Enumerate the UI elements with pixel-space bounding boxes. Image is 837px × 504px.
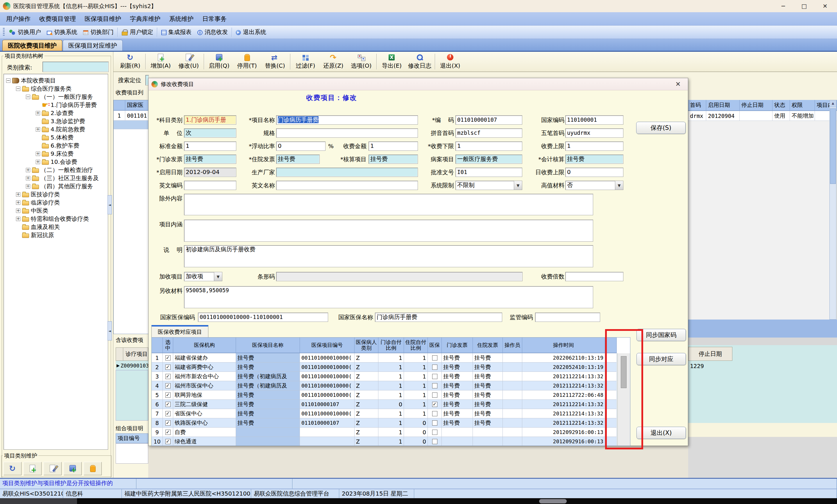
- table-cell[interactable]: 挂号费: [473, 391, 503, 400]
- field-sys_limit[interactable]: 不限制: [456, 181, 522, 190]
- table-cell[interactable]: 2012092916:00:13: [522, 428, 605, 437]
- fee-list-selected-row[interactable]: [114, 121, 148, 129]
- quickbar-button[interactable]: 退出系统: [233, 25, 269, 39]
- checkbox-unchecked-icon[interactable]: [432, 393, 438, 398]
- tree-item[interactable]: +（三）社区卫生服务及: [4, 174, 108, 182]
- grid-column-header[interactable]: 住院发票: [473, 338, 503, 353]
- table-cell[interactable]: 1: [152, 353, 163, 362]
- table-cell[interactable]: 1: [404, 391, 428, 400]
- tree-item[interactable]: +（二）一般检查治疗: [4, 166, 108, 174]
- field-subject[interactable]: 1.门诊病历手册: [184, 115, 236, 125]
- table-cell[interactable]: [503, 372, 522, 381]
- table-cell[interactable]: [300, 428, 355, 437]
- table-cell[interactable]: 2012112214:13:32: [522, 381, 605, 391]
- table-cell[interactable]: 挂号费: [442, 381, 473, 391]
- table-cell[interactable]: 挂号费: [442, 391, 473, 400]
- field-unit[interactable]: 次: [184, 128, 236, 138]
- table-cell[interactable]: 8: [152, 418, 163, 428]
- table-cell[interactable]: Z: [355, 409, 378, 418]
- table-cell[interactable]: Z: [355, 353, 378, 362]
- menu-item[interactable]: 系统维护: [165, 12, 198, 25]
- grid-column-header[interactable]: 操作员: [503, 338, 522, 353]
- field-high_value[interactable]: 否: [565, 181, 623, 190]
- hscroll-fragment[interactable]: [688, 338, 837, 345]
- table-cell[interactable]: Z: [355, 391, 378, 400]
- table-cell[interactable]: 挂号费（初建病历及: [236, 372, 300, 381]
- toolbar-button[interactable]: 启用(Q): [205, 53, 233, 70]
- taskbar-item[interactable]: [0, 498, 77, 504]
- table-cell[interactable]: 1: [378, 437, 404, 446]
- field-wubi[interactable]: uyudrmx: [565, 128, 623, 138]
- grid-column-header[interactable]: 医保: [428, 338, 442, 353]
- minimize-icon[interactable]: ─: [773, 1, 794, 11]
- grid-column-header[interactable]: 门诊发票: [442, 338, 473, 353]
- table-cell[interactable]: 4: [152, 381, 163, 391]
- toolbar-button[interactable]: 停用(T): [233, 53, 261, 70]
- field-note[interactable]: 初诊建病历及病历手册收费: [184, 245, 593, 267]
- table-cell[interactable]: 011010000107: [300, 400, 355, 409]
- sync-mapping-button[interactable]: 同步对应: [637, 353, 686, 365]
- column-header[interactable]: 停止日期: [740, 100, 772, 111]
- field-extra_material[interactable]: 950058,950059: [184, 286, 593, 308]
- field-account_item[interactable]: 挂号费: [369, 155, 418, 164]
- tree-item[interactable]: +临床诊疗类: [4, 198, 108, 206]
- checkbox-checked-icon[interactable]: ✓: [432, 402, 438, 407]
- table-cell[interactable]: 1: [378, 353, 404, 362]
- table-cell[interactable]: 铁路医保中心: [173, 418, 236, 428]
- table-cell[interactable]: 0: [378, 400, 404, 409]
- checkbox-unchecked-icon[interactable]: [432, 383, 438, 389]
- table-cell[interactable]: 1: [404, 409, 428, 418]
- field-daily_upper[interactable]: 0: [565, 168, 623, 177]
- expander-minus-icon[interactable]: −: [26, 95, 30, 99]
- checkbox-cell[interactable]: ✓: [163, 437, 173, 446]
- dialog-close-icon[interactable]: ✕: [672, 79, 684, 89]
- column-header[interactable]: 权限: [790, 100, 815, 111]
- column-header[interactable]: 启用日期: [706, 100, 740, 111]
- table-cell[interactable]: 挂号费: [473, 418, 503, 428]
- tree-item[interactable]: −（一）一般医疗服务: [4, 93, 108, 101]
- checkbox-cell[interactable]: [428, 428, 442, 437]
- table-cell[interactable]: Z: [355, 381, 378, 391]
- expander-plus-icon[interactable]: +: [26, 184, 30, 188]
- table-cell[interactable]: [442, 437, 473, 446]
- checkbox-checked-icon[interactable]: ✓: [165, 374, 171, 379]
- checkbox-checked-icon[interactable]: ✓: [165, 439, 171, 444]
- tree-item[interactable]: 5.体检费: [4, 133, 108, 142]
- checkbox-cell[interactable]: ✓: [428, 400, 442, 409]
- table-cell[interactable]: 10: [152, 437, 163, 446]
- table-cell[interactable]: 自费: [173, 428, 236, 437]
- table-cell[interactable]: 挂号费: [442, 400, 473, 409]
- table-cell[interactable]: 001101000010000(: [300, 409, 355, 418]
- toolbar-button[interactable]: 还原(Z): [319, 53, 347, 70]
- item-number-header[interactable]: 项目编号: [116, 433, 148, 443]
- checkbox-unchecked-icon[interactable]: [432, 430, 438, 435]
- table-row[interactable]: 2✓福建省两费中心挂号费001101000010000(Z11挂号费挂号费202…: [152, 362, 630, 372]
- close-icon[interactable]: ✕: [815, 1, 835, 11]
- checkbox-cell[interactable]: [428, 437, 442, 446]
- vertical-scrollbar[interactable]: ▲: [830, 100, 836, 320]
- tree-item[interactable]: −综合医疗服务类: [4, 85, 108, 93]
- table-cell[interactable]: [503, 400, 522, 409]
- toolbar-button[interactable]: 刷新(R): [116, 53, 144, 70]
- tree-item[interactable]: +10.会诊费: [4, 158, 108, 166]
- checkbox-cell[interactable]: ✓: [163, 418, 173, 428]
- checkbox-checked-icon[interactable]: ✓: [165, 393, 171, 398]
- table-cell[interactable]: 挂号费（初建病历及: [236, 381, 300, 391]
- expander-plus-icon[interactable]: +: [16, 217, 20, 221]
- table-cell[interactable]: 挂号费: [473, 372, 503, 381]
- expander-plus-icon[interactable]: +: [36, 160, 40, 164]
- field-fee_amount[interactable]: 1: [369, 142, 418, 151]
- table-cell[interactable]: 2012092916:00:13: [522, 437, 605, 446]
- tab-inactive[interactable]: 医保项目对应维护: [63, 40, 123, 51]
- quickbar-button[interactable]: 集成报表: [158, 25, 194, 39]
- tree-item[interactable]: 血液及相关: [4, 223, 108, 231]
- table-cell[interactable]: 2012112214:13:32: [522, 409, 605, 418]
- checkbox-cell[interactable]: [428, 391, 442, 400]
- table-cell[interactable]: Z: [355, 428, 378, 437]
- expander-plus-icon[interactable]: +: [36, 127, 40, 131]
- table-cell[interactable]: 6: [152, 400, 163, 409]
- clinic-item-header[interactable]: 诊疗项目: [123, 347, 148, 361]
- collapse-left-icon[interactable]: ◄: [108, 195, 112, 214]
- expander-plus-icon[interactable]: +: [36, 151, 40, 156]
- expander-plus-icon[interactable]: +: [26, 176, 30, 180]
